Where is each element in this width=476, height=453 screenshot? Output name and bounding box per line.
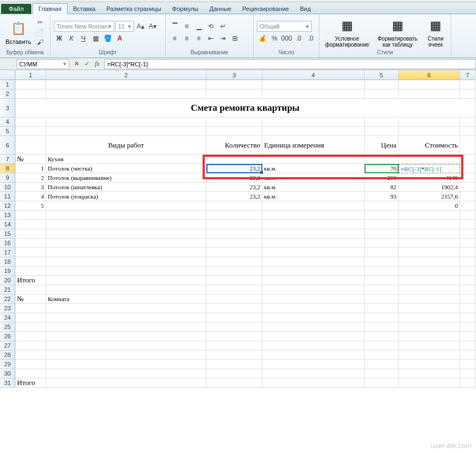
editing-cell[interactable]: =RC[-3]*RC[-1] <box>399 164 460 173</box>
increase-indent-icon[interactable]: ⇥ <box>217 33 228 44</box>
cell[interactable] <box>460 378 475 388</box>
cell[interactable]: Потолок (покраска) <box>46 192 206 201</box>
cell[interactable] <box>46 201 206 211</box>
cell[interactable] <box>46 127 206 136</box>
cell[interactable] <box>15 229 46 239</box>
cell[interactable] <box>399 350 460 360</box>
cell[interactable] <box>365 201 399 211</box>
accept-formula-icon[interactable]: ✓ <box>82 59 92 69</box>
cell[interactable] <box>46 285 206 295</box>
cell[interactable] <box>399 229 460 239</box>
cell[interactable] <box>206 360 262 369</box>
cell[interactable] <box>262 248 365 257</box>
cell[interactable] <box>460 276 475 285</box>
align-center-icon[interactable]: ≡ <box>181 33 192 44</box>
cell[interactable] <box>15 136 46 155</box>
cell[interactable] <box>460 285 475 295</box>
font-color-button[interactable]: A <box>114 33 125 44</box>
comma-icon[interactable]: 000 <box>281 33 292 44</box>
row-header[interactable]: 4 <box>0 117 15 127</box>
cell[interactable] <box>206 257 262 267</box>
cell[interactable] <box>262 295 365 304</box>
cell[interactable] <box>262 322 365 332</box>
cell[interactable] <box>460 239 475 248</box>
cell[interactable] <box>262 211 365 220</box>
cell[interactable] <box>460 89 475 99</box>
cell[interactable] <box>365 304 399 313</box>
cell[interactable] <box>206 155 262 164</box>
cell[interactable] <box>15 257 46 267</box>
cell[interactable]: 200 <box>365 173 399 183</box>
shrink-font-icon[interactable]: A▾ <box>147 21 158 32</box>
cell[interactable] <box>15 248 46 257</box>
tab-insert[interactable]: Вставка <box>68 4 101 14</box>
name-box[interactable]: СУММ▾ <box>16 59 69 69</box>
cell[interactable] <box>262 220 365 229</box>
cell[interactable]: кв.м. <box>262 173 365 183</box>
cell[interactable] <box>15 341 46 350</box>
cell[interactable] <box>365 267 399 276</box>
cell[interactable] <box>365 313 399 322</box>
cell[interactable] <box>15 350 46 360</box>
row-header[interactable]: 14 <box>0 220 15 229</box>
cell[interactable]: Потолок (чистка) <box>46 164 206 173</box>
row-header[interactable]: 15 <box>0 229 15 239</box>
cell[interactable] <box>365 350 399 360</box>
cell[interactable] <box>460 295 475 304</box>
col-header[interactable]: 5 <box>365 70 399 80</box>
cell[interactable] <box>262 239 365 248</box>
cell[interactable] <box>46 229 206 239</box>
row-header[interactable]: 21 <box>0 285 15 295</box>
cell[interactable] <box>365 229 399 239</box>
cell-styles-button[interactable]: ▦ Стили ячеек <box>424 16 447 49</box>
format-painter-icon[interactable]: 🖌 <box>36 38 44 47</box>
col-work[interactable]: Виды работ <box>46 136 206 155</box>
cell[interactable] <box>206 313 262 322</box>
cell[interactable] <box>365 220 399 229</box>
row-header[interactable]: 23 <box>0 304 15 313</box>
col-header[interactable]: 4 <box>262 70 365 80</box>
cell[interactable] <box>399 127 460 136</box>
cell[interactable] <box>365 276 399 285</box>
row-header[interactable]: 16 <box>0 239 15 248</box>
cell[interactable] <box>262 378 365 388</box>
row-header[interactable]: 22 <box>0 295 15 304</box>
cell[interactable] <box>460 229 475 239</box>
cell[interactable] <box>206 89 262 99</box>
cell[interactable] <box>262 369 365 378</box>
cell[interactable] <box>206 229 262 239</box>
cell[interactable] <box>399 332 460 341</box>
decrease-indent-icon[interactable]: ⇤ <box>205 33 216 44</box>
grow-font-icon[interactable]: A▴ <box>135 21 146 32</box>
row-header[interactable]: 13 <box>0 211 15 220</box>
cell[interactable] <box>46 80 206 89</box>
cell[interactable]: 23,2 <box>206 164 262 173</box>
cell[interactable] <box>365 80 399 89</box>
cell[interactable] <box>262 229 365 239</box>
cell[interactable] <box>399 285 460 295</box>
conditional-formatting-button[interactable]: ▦ Условное форматирование <box>323 16 371 49</box>
fill-color-button[interactable]: 🪣 <box>102 33 113 44</box>
cell[interactable] <box>206 369 262 378</box>
row-header[interactable]: 8 <box>0 164 15 173</box>
cell[interactable] <box>15 117 46 127</box>
row-header[interactable]: 19 <box>0 267 15 276</box>
cell[interactable] <box>460 136 475 155</box>
cell[interactable] <box>460 267 475 276</box>
cell[interactable] <box>460 173 475 183</box>
col-header[interactable]: 1 <box>15 70 46 80</box>
section-room[interactable]: Комната <box>46 295 206 304</box>
row-header[interactable]: 7 <box>0 155 15 164</box>
cell[interactable] <box>460 192 475 201</box>
cell[interactable]: 4640 <box>399 173 460 183</box>
cell[interactable] <box>460 211 475 220</box>
row-header[interactable]: 5 <box>0 127 15 136</box>
cell[interactable] <box>460 201 475 211</box>
col-header[interactable]: 2 <box>46 70 206 80</box>
row-header[interactable]: 18 <box>0 257 15 267</box>
cell[interactable]: 23,2 <box>206 183 262 192</box>
cell[interactable] <box>365 239 399 248</box>
cell[interactable] <box>365 211 399 220</box>
cell[interactable] <box>262 350 365 360</box>
select-all-corner[interactable] <box>0 70 15 80</box>
